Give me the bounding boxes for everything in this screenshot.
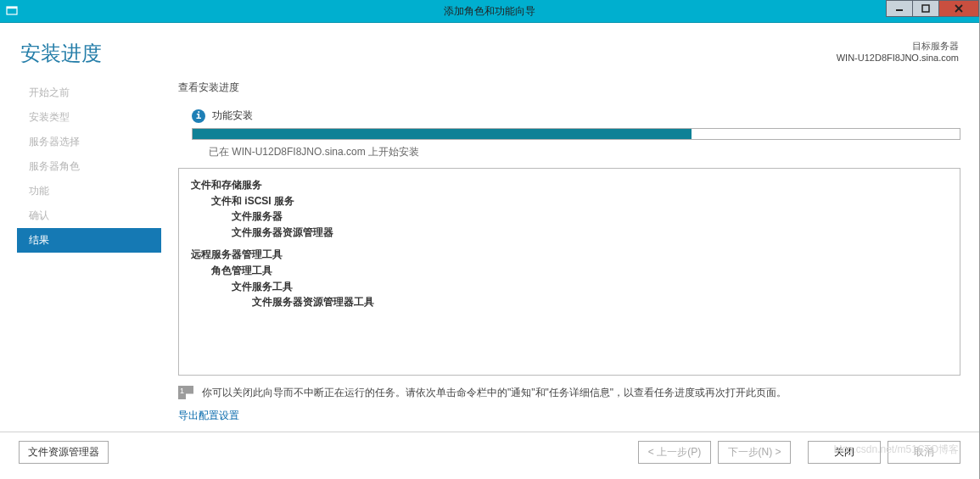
nav-step-before-begin: 开始之前 — [17, 81, 161, 105]
wizard-content: 查看安装进度 i 功能安装 已在 WIN-U12D8FI8JNO.sina.co… — [161, 81, 979, 423]
nav-step-server-select: 服务器选择 — [17, 130, 161, 154]
window-title: 添加角色和功能向导 — [0, 4, 979, 19]
cancel-button: 取消 — [888, 441, 960, 464]
wizard-footer: 文件资源管理器 < 上一步(P) 下一步(N) > 关闭 取消 blog.csd… — [0, 432, 979, 472]
target-label: 目标服务器 — [837, 40, 959, 53]
target-server: WIN-U12D8FI8JNO.sina.com — [837, 53, 959, 63]
minimize-button[interactable] — [886, 0, 913, 17]
feature-item: 远程服务器管理工具 — [191, 247, 948, 263]
feature-list: 文件和存储服务 文件和 iSCSI 服务 文件服务器 文件服务器资源管理器 远程… — [178, 168, 960, 376]
nav-step-server-roles: 服务器角色 — [17, 154, 161, 179]
feature-item: 角色管理工具 — [211, 263, 948, 279]
feature-item: 文件服务器 — [232, 209, 948, 225]
file-explorer-button[interactable]: 文件资源管理器 — [19, 441, 109, 464]
info-icon: i — [192, 109, 205, 123]
nav-step-features: 功能 — [17, 179, 161, 203]
page-title: 安装进度 — [20, 40, 102, 67]
close-wizard-button[interactable]: 关闭 — [808, 441, 881, 464]
install-target-text: 已在 WIN-U12D8FI8JNO.sina.com 上开始安装 — [209, 145, 960, 159]
nav-step-confirm: 确认 — [17, 203, 161, 228]
feature-item: 文件和存储服务 — [191, 177, 948, 193]
progress-fill — [193, 129, 692, 139]
status-row: i 功能安装 — [192, 109, 960, 123]
feature-item: 文件服务器资源管理器 — [232, 225, 948, 241]
svg-rect-1 — [7, 7, 17, 8]
window-controls — [887, 0, 979, 22]
prev-button: < 上一步(P) — [638, 441, 711, 464]
hint-row: 1 你可以关闭此向导而不中断正在运行的任务。请依次单击命令栏中的"通知"和"任务… — [178, 386, 960, 400]
svg-rect-3 — [922, 5, 929, 12]
wizard-header: 安装进度 目标服务器 WIN-U12D8FI8JNO.sina.com — [0, 23, 979, 81]
app-icon — [3, 3, 20, 19]
wizard-body: 开始之前 安装类型 服务器选择 服务器角色 功能 确认 结果 查看安装进度 i … — [0, 81, 979, 423]
export-config-link[interactable]: 导出配置设置 — [178, 409, 239, 423]
progress-bar — [192, 128, 960, 140]
status-text: 功能安装 — [212, 109, 253, 123]
title-bar: 添加角色和功能向导 — [0, 0, 979, 23]
maximize-button[interactable] — [912, 0, 939, 17]
close-button[interactable] — [938, 0, 979, 17]
nav-step-results: 结果 — [17, 228, 161, 253]
nav-step-install-type: 安装类型 — [17, 105, 161, 130]
feature-item: 文件服务工具 — [232, 279, 948, 295]
view-progress-label: 查看安装进度 — [178, 81, 960, 95]
flag-icon: 1 — [178, 386, 193, 399]
feature-item: 文件和 iSCSI 服务 — [211, 193, 948, 209]
feature-item: 文件服务器资源管理器工具 — [252, 294, 948, 310]
wizard-nav: 开始之前 安装类型 服务器选择 服务器角色 功能 确认 结果 — [0, 81, 161, 423]
next-button: 下一步(N) > — [718, 441, 791, 464]
hint-text: 你可以关闭此向导而不中断正在运行的任务。请依次单击命令栏中的"通知"和"任务详细… — [202, 386, 787, 400]
target-server-block: 目标服务器 WIN-U12D8FI8JNO.sina.com — [837, 40, 959, 63]
